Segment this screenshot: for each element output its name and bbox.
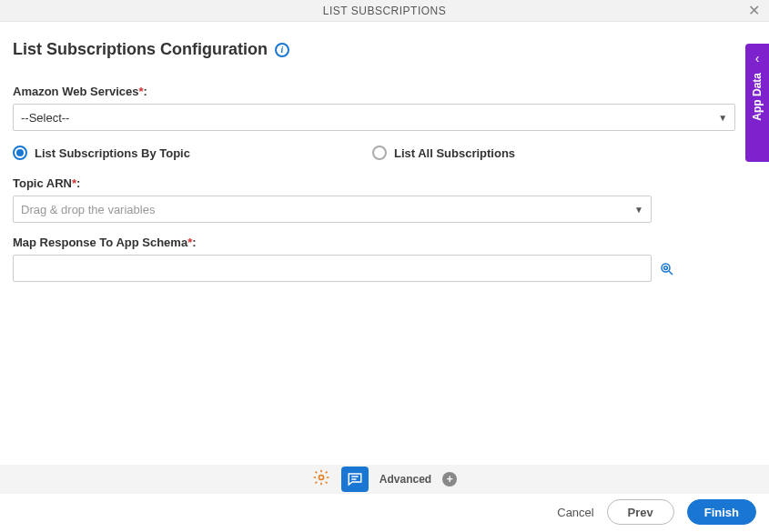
info-icon[interactable]: i <box>275 43 289 57</box>
radio-by-topic-label: List Subscriptions By Topic <box>35 146 190 160</box>
radio-icon <box>372 146 387 160</box>
topic-arn-label: Topic ARN*: <box>13 176 756 190</box>
svg-line-1 <box>669 271 673 275</box>
radio-list-all[interactable]: List All Subscriptions <box>372 146 515 160</box>
aws-select[interactable]: --Select-- ▼ <box>13 104 735 131</box>
dropdown-caret-icon: ▼ <box>718 113 727 123</box>
button-row: Cancel Prev Finish <box>557 499 756 525</box>
svg-point-3 <box>319 476 323 480</box>
schema-input[interactable] <box>13 255 652 282</box>
app-data-label: App Data <box>751 73 764 121</box>
chevron-left-icon: ‹ <box>755 51 760 65</box>
radio-list-all-label: List All Subscriptions <box>394 146 515 160</box>
radio-icon <box>13 146 27 160</box>
topic-arn-placeholder: Drag & drop the variables <box>21 203 155 216</box>
radio-by-topic[interactable]: List Subscriptions By Topic <box>13 146 190 160</box>
aws-selected-value: --Select-- <box>21 111 69 125</box>
advanced-label: Advanced <box>379 473 431 486</box>
topic-arn-input[interactable]: Drag & drop the variables ▼ <box>13 196 652 223</box>
schema-browse-icon[interactable] <box>659 261 673 276</box>
close-icon[interactable]: ✕ <box>748 4 760 18</box>
app-data-panel-toggle[interactable]: ‹ App Data <box>745 44 769 162</box>
page-title: List Subscriptions Configuration <box>13 40 268 59</box>
dialog-title: LIST SUBSCRIPTIONS <box>323 5 446 17</box>
schema-label: Map Response To App Schema*: <box>13 236 756 249</box>
gear-icon[interactable] <box>312 468 330 490</box>
dialog-header: LIST SUBSCRIPTIONS ✕ <box>0 0 769 22</box>
svg-point-2 <box>664 266 668 270</box>
finish-button[interactable]: Finish <box>687 499 756 525</box>
prev-button[interactable]: Prev <box>607 499 674 525</box>
comment-button[interactable] <box>341 467 369 492</box>
dropdown-caret-icon: ▼ <box>634 205 643 215</box>
aws-label: Amazon Web Services*: <box>13 85 756 98</box>
form-content: List Subscriptions Configuration i Amazo… <box>0 22 769 282</box>
footer-bar: Advanced + <box>0 465 769 494</box>
advanced-expand-icon[interactable]: + <box>442 472 457 487</box>
cancel-button[interactable]: Cancel <box>557 506 593 519</box>
svg-point-0 <box>662 264 670 272</box>
